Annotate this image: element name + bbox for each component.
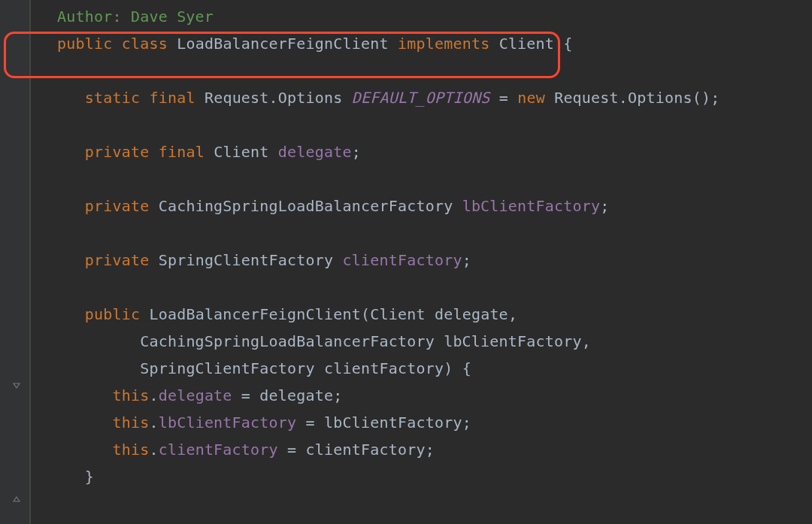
author-comment: Author: Dave Syer xyxy=(57,8,214,26)
keyword-public: public xyxy=(85,305,140,323)
ctor-call: Request.Options() xyxy=(554,89,710,107)
value: lbClientFactory xyxy=(324,413,462,432)
dot: . xyxy=(149,413,158,432)
ctor-name: LoadBalancerFeignClient xyxy=(149,305,361,323)
constant-name: DEFAULT_OPTIONS xyxy=(352,89,490,107)
code-line: private CachingSpringLoadBalancerFactory… xyxy=(30,192,812,220)
keyword-this: this xyxy=(112,386,149,404)
eq: = xyxy=(306,413,315,432)
type: CachingSpringLoadBalancerFactory xyxy=(159,197,453,215)
field-ref: lbClientFactory xyxy=(159,413,297,432)
keyword-private: private xyxy=(85,197,150,215)
code-line: SpringClientFactory clientFactory) { xyxy=(30,355,812,382)
code-line: this.lbClientFactory = lbClientFactory; xyxy=(30,409,812,436)
type: Request.Options xyxy=(205,89,343,107)
type: Client xyxy=(214,143,268,161)
keyword-implements: implements xyxy=(398,35,489,53)
field-name: clientFactory xyxy=(343,251,462,269)
semicolon: ; xyxy=(333,386,342,404)
dot: . xyxy=(149,386,158,404)
param-type: SpringClientFactory xyxy=(140,359,315,377)
keyword-new: new xyxy=(517,89,545,107)
code-line: } xyxy=(30,463,812,490)
code-line: CachingSpringLoadBalancerFactory lbClien… xyxy=(30,328,812,355)
field-name: delegate xyxy=(278,143,352,161)
value: delegate xyxy=(259,386,333,404)
paren: ( xyxy=(361,305,370,323)
keyword-static: static xyxy=(85,89,140,107)
keyword-class: class xyxy=(122,35,168,53)
keyword-this: this xyxy=(112,413,149,432)
field-ref: delegate xyxy=(159,386,232,404)
keyword-final: final xyxy=(159,143,205,161)
semicolon: ; xyxy=(600,197,609,215)
code-line: this.delegate = delegate; xyxy=(30,382,812,409)
fold-icon[interactable] xyxy=(11,493,22,504)
code-area[interactable]: Author: Dave Syer public class LoadBalan… xyxy=(30,0,812,524)
param-type: Client xyxy=(370,305,425,323)
eq: = xyxy=(499,89,508,107)
param-name: lbClientFactory xyxy=(444,332,582,350)
blank-line xyxy=(30,274,812,301)
semicolon: ; xyxy=(710,89,720,107)
value: clientFactory xyxy=(306,441,426,459)
author-comment-line: Author: Dave Syer xyxy=(30,3,812,30)
brace: } xyxy=(85,468,94,486)
comma: , xyxy=(508,305,517,323)
dot: . xyxy=(149,441,158,459)
blank-line xyxy=(30,165,812,192)
class-name: LoadBalancerFeignClient xyxy=(177,35,389,53)
keyword-private: private xyxy=(85,143,150,161)
gutter xyxy=(0,0,30,524)
field-name: lbClientFactory xyxy=(462,197,601,215)
comma: , xyxy=(582,332,591,350)
interface-name: Client xyxy=(499,35,554,53)
param-name: clientFactory xyxy=(324,359,444,377)
blank-line xyxy=(30,111,812,138)
semicolon: ; xyxy=(462,251,471,269)
semicolon: ; xyxy=(352,143,361,161)
keyword-final: final xyxy=(149,89,195,107)
code-line: public LoadBalancerFeignClient(Client de… xyxy=(30,301,812,328)
keyword-private: private xyxy=(85,251,150,269)
semicolon: ; xyxy=(462,413,471,432)
code-editor: Author: Dave Syer public class LoadBalan… xyxy=(0,0,812,524)
code-line: static final Request.Options DEFAULT_OPT… xyxy=(30,84,812,111)
blank-line xyxy=(30,57,812,84)
field-ref: clientFactory xyxy=(159,441,278,459)
paren: ) xyxy=(444,359,453,377)
type: SpringClientFactory xyxy=(159,251,334,269)
param-name: delegate xyxy=(435,305,508,323)
keyword-public: public xyxy=(57,35,112,53)
brace: { xyxy=(462,359,471,377)
eq: = xyxy=(241,386,250,404)
keyword-this: this xyxy=(112,441,149,459)
eq: = xyxy=(287,441,296,459)
code-line: public class LoadBalancerFeignClient imp… xyxy=(30,30,812,57)
param-type: CachingSpringLoadBalancerFactory xyxy=(140,332,435,350)
semicolon: ; xyxy=(426,441,435,459)
fold-icon[interactable] xyxy=(11,381,22,392)
code-line: this.clientFactory = clientFactory; xyxy=(30,436,812,463)
code-line: private final Client delegate; xyxy=(30,138,812,165)
code-line: private SpringClientFactory clientFactor… xyxy=(30,247,812,274)
brace: { xyxy=(563,35,572,53)
blank-line xyxy=(30,220,812,247)
